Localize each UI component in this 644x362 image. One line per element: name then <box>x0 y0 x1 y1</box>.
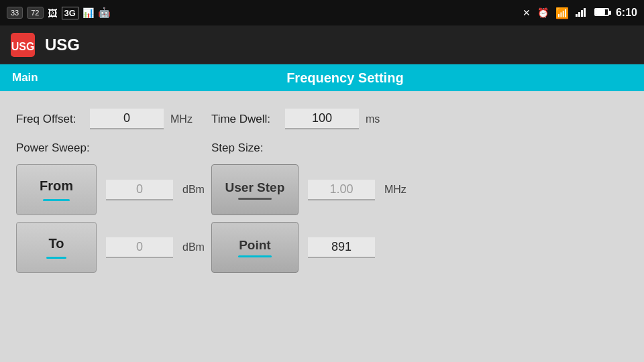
step-size-label: Step Size: <box>211 141 407 155</box>
status-time: 6:10 <box>616 7 637 19</box>
signal-3g-icon: 3G <box>62 7 78 19</box>
right-column: Time Dwell: ms Step Size: User Step MHz … <box>211 105 407 298</box>
app-logo: USG <box>10 32 36 58</box>
point-value-input[interactable] <box>308 237 375 258</box>
user-step-row: User Step MHz <box>211 164 407 215</box>
bluetooth-x-icon: ✕ <box>523 7 531 18</box>
to-value-input[interactable] <box>106 237 173 258</box>
to-button[interactable]: To <box>16 222 97 273</box>
user-step-unit: MHz <box>384 184 407 196</box>
from-button[interactable]: From <box>16 164 97 215</box>
time-dwell-label: Time Dwell: <box>211 113 278 126</box>
badge-72: 72 <box>27 7 43 19</box>
wifi-icon: 📶 <box>555 7 569 19</box>
from-row: From dBm <box>16 164 205 215</box>
nav-bar: Main Frequency Setting <box>0 64 644 91</box>
chart-icon: 📊 <box>83 7 94 18</box>
app-title-text: USG <box>45 36 80 54</box>
main-content: Freq Offset: MHz Power Sweep: From dBm T… <box>0 91 644 362</box>
from-value-input[interactable] <box>106 180 173 200</box>
time-dwell-input[interactable] <box>285 109 359 129</box>
nav-main[interactable]: Main <box>12 71 38 84</box>
freq-offset-row: Freq Offset: MHz <box>16 109 205 129</box>
user-step-button[interactable]: User Step <box>211 164 299 215</box>
point-row: Point <box>211 222 407 273</box>
battery-icon <box>594 7 609 19</box>
time-dwell-row: Time Dwell: ms <box>211 109 407 129</box>
svg-rect-0 <box>576 14 578 17</box>
freq-offset-unit: MHz <box>170 113 193 125</box>
freq-offset-input[interactable] <box>90 109 164 129</box>
status-bar: 33 72 🖼 3G 📊 🤖 ✕ ⏰ 📶 6:10 <box>0 0 644 25</box>
point-button[interactable]: Point <box>211 222 299 273</box>
svg-rect-3 <box>584 8 586 17</box>
freq-offset-label: Freq Offset: <box>16 113 83 126</box>
svg-text:USG: USG <box>11 41 35 52</box>
to-row: To dBm <box>16 222 205 273</box>
photo-icon: 🖼 <box>48 7 58 19</box>
badge-33: 33 <box>7 7 23 19</box>
page-title: Frequency Setting <box>58 70 632 86</box>
power-sweep-label: Power Sweep: <box>16 141 205 155</box>
time-dwell-unit: ms <box>366 113 380 125</box>
from-unit: dBm <box>182 184 205 196</box>
svg-rect-1 <box>578 12 580 17</box>
user-step-input[interactable] <box>308 180 375 200</box>
svg-rect-2 <box>581 10 583 17</box>
left-column: Freq Offset: MHz Power Sweep: From dBm T… <box>16 105 205 298</box>
alarm-icon: ⏰ <box>537 7 549 18</box>
signal-icon <box>576 7 588 19</box>
to-unit: dBm <box>182 241 205 253</box>
title-bar: USG USG <box>0 25 644 64</box>
android-icon: 🤖 <box>98 7 111 19</box>
